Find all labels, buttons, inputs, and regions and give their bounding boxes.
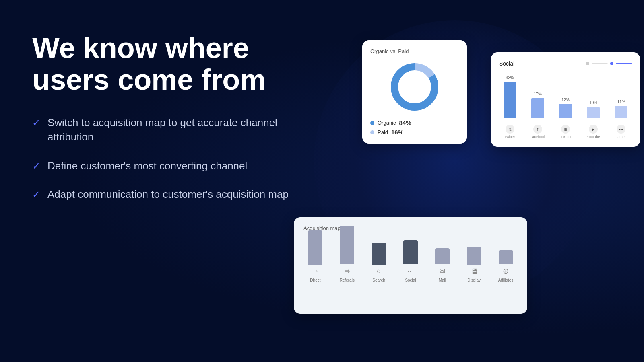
mail-icon: ✉: [439, 267, 445, 276]
feature-text-2: Define customer's most converting channe…: [47, 159, 247, 173]
linkedin-bar: [559, 104, 572, 118]
left-section: We know where users come from ✓ Switch t…: [32, 32, 290, 202]
social-bar-twitter: 33%: [499, 76, 520, 118]
direct-label: Direct: [310, 278, 320, 282]
search-label: Search: [372, 278, 385, 282]
checkmark-icon-1: ✓: [32, 117, 40, 129]
social-bar-linkedin: 12%: [555, 98, 576, 118]
social-card: Social 33% 17% 12% 10%: [491, 52, 640, 147]
social-icons-row: 𝕏 Twitter f Facebook in LinkedIn ▶ Youtu…: [499, 125, 632, 139]
paid-label: Paid: [378, 129, 388, 135]
facebook-bar: [531, 98, 544, 118]
affiliates-bar: [499, 250, 513, 264]
feature-item-1: ✓ Switch to acquisition map to get accur…: [32, 116, 290, 144]
headline-line2: users come from: [32, 64, 266, 96]
search-bar: [372, 243, 386, 265]
other-icon-label: Other: [617, 135, 626, 139]
donut-chart-container: [370, 61, 459, 113]
search-icon: ○: [377, 267, 381, 276]
linkedin-icon: in: [561, 125, 570, 134]
referals-label: Referals: [340, 278, 355, 282]
channel-display: 🖥 Display: [462, 247, 486, 282]
acquisition-channels: → Direct ⇒ Referals ○ Search ⋯ Social: [303, 238, 518, 286]
checkmark-icon-2: ✓: [32, 160, 40, 172]
main-headline: We know where users come from: [32, 32, 290, 96]
channel-direct: → Direct: [303, 230, 327, 282]
organic-legend-item: Organic 84%: [370, 119, 459, 126]
facebook-icon-item: f Facebook: [527, 125, 548, 139]
youtube-pct: 10%: [589, 101, 597, 105]
display-bar: [467, 247, 481, 265]
feature-text-1: Switch to acquisition map to get accurat…: [47, 116, 290, 144]
mail-label: Mail: [439, 278, 446, 282]
other-icon-item: ••• Other: [611, 125, 632, 139]
direct-bar: [308, 230, 322, 265]
display-label: Display: [467, 278, 481, 282]
header-line-2: [616, 63, 632, 64]
channel-affiliates: ⊕ Affiliates: [494, 250, 518, 282]
feature-item-3: ✓ Adapt communication to customer's acqu…: [32, 187, 290, 202]
affiliates-label: Affiliates: [498, 278, 514, 282]
youtube-icon: ▶: [589, 125, 598, 134]
linkedin-pct: 12%: [561, 98, 570, 102]
linkedin-icon-label: LinkedIn: [559, 135, 572, 139]
acquisition-map-card: Acquisition map → Direct ⇒ Referals ○ Se…: [294, 217, 527, 314]
social-bar-facebook: 17%: [527, 92, 548, 118]
channel-social: ⋯ Social: [399, 240, 423, 282]
social-bars: 33% 17% 12% 10% 11%: [499, 73, 632, 121]
social-icon: ⋯: [407, 267, 414, 276]
youtube-icon-item: ▶ Youtube: [583, 125, 604, 139]
header-dot-2: [610, 62, 613, 65]
headline-line1: We know where: [32, 32, 249, 64]
facebook-pct: 17%: [534, 92, 542, 96]
facebook-icon: f: [533, 125, 542, 134]
social-bar: [403, 240, 418, 264]
affiliates-icon: ⊕: [503, 267, 509, 276]
social-bar-other: 11%: [611, 100, 632, 118]
facebook-icon-label: Facebook: [530, 135, 546, 139]
other-icon: •••: [617, 125, 625, 134]
twitter-icon-item: 𝕏 Twitter: [499, 125, 520, 139]
twitter-pct: 33%: [506, 76, 514, 80]
mail-bar: [435, 248, 450, 264]
header-dots: [586, 62, 632, 65]
feature-text-3: Adapt communication to customer's acquis…: [47, 187, 289, 202]
paid-percent: 16%: [391, 129, 403, 136]
referals-icon: ⇒: [344, 267, 350, 276]
twitter-icon-label: Twitter: [504, 135, 515, 139]
organic-legend: Organic 84% Paid 16%: [370, 119, 459, 136]
social-label: Social: [405, 278, 416, 282]
channel-search: ○ Search: [367, 243, 391, 282]
feature-list: ✓ Switch to acquisition map to get accur…: [32, 116, 290, 201]
linkedin-icon-item: in LinkedIn: [555, 125, 576, 139]
organic-label: Organic: [378, 120, 396, 126]
feature-item-2: ✓ Define customer's most converting chan…: [32, 159, 290, 173]
channel-referals: ⇒ Referals: [335, 226, 359, 282]
header-dot-1: [586, 62, 589, 65]
social-card-header: Social: [499, 60, 632, 67]
youtube-icon-label: Youtube: [587, 135, 600, 139]
social-card-title: Social: [499, 60, 514, 67]
display-icon: 🖥: [471, 267, 478, 276]
referals-bar: [340, 226, 354, 264]
organic-card-title: Organic vs. Paid: [370, 48, 459, 54]
header-line-1: [592, 63, 608, 64]
paid-dot: [370, 130, 374, 134]
other-pct: 11%: [617, 100, 625, 104]
twitter-icon: 𝕏: [506, 125, 514, 134]
channel-mail: ✉ Mail: [430, 248, 454, 282]
organic-dot: [370, 121, 374, 125]
checkmark-icon-3: ✓: [32, 189, 40, 200]
donut-chart: [388, 61, 441, 113]
social-bar-youtube: 10%: [583, 101, 604, 118]
organic-paid-card: Organic vs. Paid Organic 84% Paid 16%: [362, 40, 467, 144]
right-section: ↓ Organic vs. Paid Organic 84% Paid: [282, 0, 644, 362]
youtube-bar: [587, 107, 600, 118]
twitter-bar: [504, 82, 516, 118]
organic-percent: 84%: [399, 119, 411, 126]
other-bar: [615, 106, 627, 118]
direct-icon: →: [312, 267, 319, 276]
paid-legend-item: Paid 16%: [370, 129, 459, 136]
